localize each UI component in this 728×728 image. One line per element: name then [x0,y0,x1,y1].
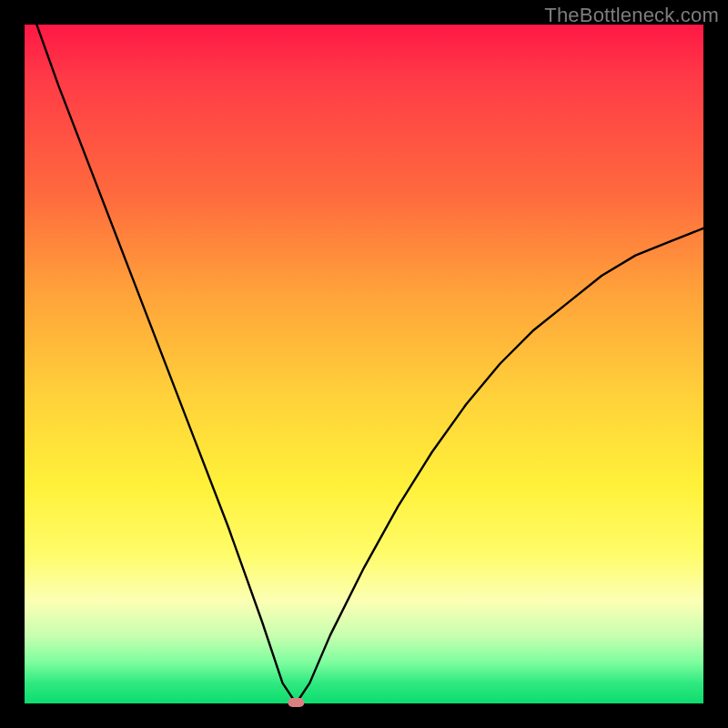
minimum-marker [288,698,304,707]
chart-plot-area [25,25,703,703]
watermark-text: TheBottleneck.com [544,4,719,27]
chart-svg [25,25,703,703]
bottleneck-curve [25,0,703,703]
chart-frame: TheBottleneck.com [0,0,728,728]
